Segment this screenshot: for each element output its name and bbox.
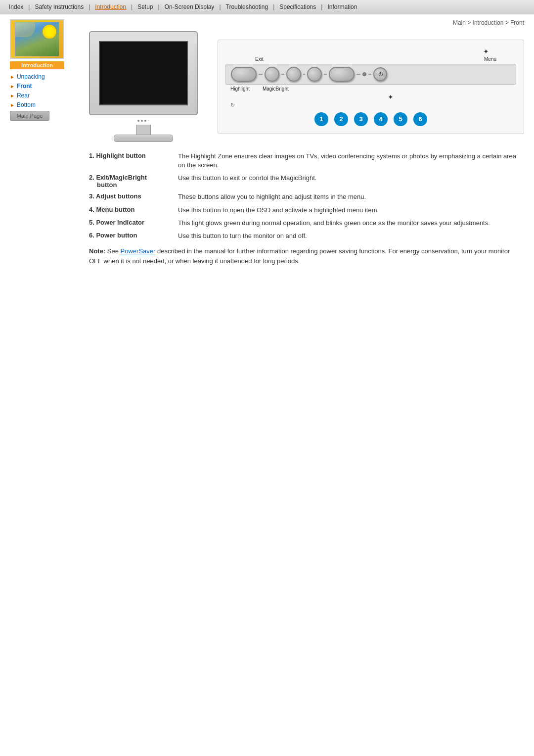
desc-text-3: These buttons allow you to highlight and… bbox=[178, 192, 524, 201]
arrow-icon: ► bbox=[10, 84, 15, 89]
sidebar-item-rear[interactable]: ► Rear bbox=[10, 92, 69, 99]
desc-row-1: 1. Highlight button The Highlight Zone e… bbox=[79, 152, 524, 170]
monitor-illustration: · bbox=[79, 31, 208, 142]
desc-label-1: 1. Highlight button bbox=[79, 152, 178, 159]
monitor-bottom-strip: · bbox=[79, 116, 208, 125]
monitor-base bbox=[114, 135, 173, 142]
note-section: Note: See PowerSaver described in the ma… bbox=[79, 246, 524, 266]
nav-index[interactable]: Index bbox=[5, 2, 27, 11]
desc-text-2: Use this button to exit or conrtol the M… bbox=[178, 174, 524, 183]
desc-label-2-line2: button bbox=[89, 181, 117, 189]
nav-setup[interactable]: Setup bbox=[134, 2, 157, 11]
desc-text-5: This light glows green during normal ope… bbox=[178, 219, 524, 228]
power-indicator bbox=[362, 72, 366, 76]
nav-sep-7: | bbox=[320, 3, 323, 10]
num-circle-5: 5 bbox=[394, 112, 407, 126]
nav-osd[interactable]: On-Screen Display bbox=[161, 2, 219, 11]
monitor-body bbox=[89, 31, 198, 115]
highlight-button[interactable] bbox=[231, 67, 257, 82]
arrow-icon: ► bbox=[10, 93, 15, 98]
menu-label: Menu bbox=[484, 56, 496, 62]
desc-row-3: 3. Adjust buttons These buttons allow yo… bbox=[79, 192, 524, 201]
desc-text-1: The Highlight Zone ensures clear images … bbox=[178, 152, 524, 170]
buttons-row: ⏻ bbox=[225, 64, 516, 85]
num-circle-4: 4 bbox=[374, 112, 388, 126]
desc-row-5: 5. Power indicator This light glows gree… bbox=[79, 219, 524, 228]
numbered-row: 1 2 3 4 5 6 bbox=[225, 112, 516, 126]
connector-1 bbox=[259, 74, 263, 75]
sidebar-section-label: Introduction bbox=[10, 61, 64, 69]
strip-dot-3 bbox=[144, 120, 146, 122]
desc-row-2: 2. Exit/MagicBright button Use this butt… bbox=[79, 174, 524, 189]
strip-label: · bbox=[148, 118, 149, 123]
adjust-button-right[interactable] bbox=[307, 67, 322, 82]
connector-3 bbox=[303, 74, 305, 75]
strip-dot-2 bbox=[141, 120, 143, 122]
main-page-button[interactable]: Main Page bbox=[10, 111, 49, 121]
nav-information[interactable]: Information bbox=[323, 2, 361, 11]
button-panel-diagram: ✦ Exit Menu bbox=[218, 40, 524, 134]
nav-safety[interactable]: Safety Instructions bbox=[31, 2, 88, 11]
adjust-button-left[interactable] bbox=[286, 67, 301, 82]
exit-label: Exit bbox=[255, 56, 264, 62]
strip-dot-1 bbox=[137, 120, 139, 122]
star-top-icon: ✦ bbox=[225, 47, 516, 55]
desc-text-4: Use this button to open the OSD and acti… bbox=[178, 206, 524, 215]
connector-6 bbox=[368, 74, 371, 75]
desc-row-4: 4. Menu button Use this button to open t… bbox=[79, 206, 524, 215]
desc-label-5: 5. Power indicator bbox=[79, 219, 178, 226]
desc-label-2: 2. Exit/MagicBright button bbox=[79, 174, 178, 189]
navigation-bar: Index | Safety Instructions | Introducti… bbox=[0, 0, 534, 14]
num-circle-6: 6 bbox=[413, 112, 427, 126]
nav-sep-6: | bbox=[272, 3, 275, 10]
connector-5 bbox=[356, 74, 360, 75]
button-labels-top: Exit Menu bbox=[225, 56, 516, 64]
monitor-screen bbox=[99, 41, 188, 105]
num-circle-2: 2 bbox=[334, 112, 348, 126]
descriptions-table: 1. Highlight button The Highlight Zone e… bbox=[79, 152, 524, 240]
nav-sep-3: | bbox=[130, 3, 134, 10]
diagram-area: · ✦ Exit Menu bbox=[79, 31, 524, 142]
connector-2 bbox=[281, 74, 284, 75]
connector-4 bbox=[324, 74, 327, 75]
desc-label-3: 3. Adjust buttons bbox=[79, 192, 178, 200]
nav-introduction[interactable]: Introduction bbox=[91, 2, 130, 11]
nav-sep-4: | bbox=[157, 3, 161, 10]
monitor-neck bbox=[136, 125, 151, 135]
screen-ref-label: ↻ bbox=[225, 102, 516, 108]
star-bottom-icon: ✦ bbox=[265, 93, 516, 101]
sidebar-item-bottom[interactable]: ► Bottom bbox=[10, 101, 69, 108]
arrow-icon: ► bbox=[10, 74, 15, 80]
desc-text-6: Use this button to turn the monitor on a… bbox=[178, 232, 524, 240]
main-container: Introduction ► Unpacking ► Front ► Rear … bbox=[0, 14, 534, 271]
nav-sep-2: | bbox=[88, 3, 91, 10]
desc-label-4: 4. Menu button bbox=[79, 206, 178, 213]
num-circle-1: 1 bbox=[314, 112, 328, 126]
desc-row-6: 6. Power button Use this button to turn … bbox=[79, 232, 524, 240]
arrow-icon: ► bbox=[10, 102, 15, 108]
num-circle-3: 3 bbox=[354, 112, 368, 126]
note-label: Note: bbox=[89, 247, 105, 255]
power-button[interactable]: ⏻ bbox=[373, 67, 387, 81]
button-labels-bottom: Highlight MagicBright bbox=[225, 85, 516, 92]
menu-button[interactable] bbox=[329, 67, 355, 82]
sidebar-link-rear[interactable]: Rear bbox=[17, 92, 30, 99]
breadcrumb: Main > Introduction > Front bbox=[79, 19, 524, 26]
exit-button[interactable] bbox=[265, 67, 279, 82]
sidebar-item-front[interactable]: ► Front bbox=[10, 83, 69, 90]
sidebar-link-front[interactable]: Front bbox=[17, 83, 32, 90]
nav-sep-5: | bbox=[218, 3, 222, 10]
sidebar-link-bottom[interactable]: Bottom bbox=[17, 101, 36, 108]
highlight-sublabel: Highlight bbox=[230, 86, 250, 92]
magicbright-sublabel: MagicBright bbox=[263, 86, 289, 92]
nav-specifications[interactable]: Specifications bbox=[275, 2, 320, 11]
desc-label-6: 6. Power button bbox=[79, 232, 178, 239]
nav-sep-1: | bbox=[27, 3, 31, 10]
powersaver-link[interactable]: PowerSaver bbox=[121, 247, 156, 255]
desc-label-2-line1: 2. Exit/MagicBright bbox=[89, 174, 147, 181]
nav-troubleshooting[interactable]: Troubleshooting bbox=[222, 2, 272, 11]
sidebar-item-unpacking[interactable]: ► Unpacking bbox=[10, 73, 69, 80]
sidebar-image bbox=[10, 19, 64, 59]
sidebar-link-unpacking[interactable]: Unpacking bbox=[17, 73, 45, 80]
content-area: Main > Introduction > Front · bbox=[74, 19, 524, 266]
